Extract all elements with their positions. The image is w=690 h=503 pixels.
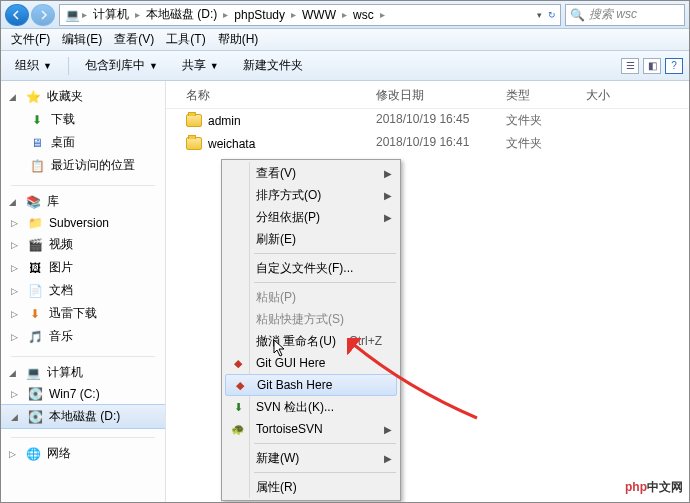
submenu-arrow-icon: ▶ — [384, 453, 392, 464]
menu-file[interactable]: 文件(F) — [5, 31, 56, 48]
nav-buttons — [5, 4, 55, 26]
titlebar: 💻 ▸ 计算机 ▸ 本地磁盘 (D:) ▸ phpStudy ▸ WWW ▸ w… — [1, 1, 689, 29]
column-size[interactable]: 大小 — [586, 87, 646, 104]
expand-icon: ◢ — [9, 92, 19, 102]
ctx-sort[interactable]: 排序方式(O)▶ — [224, 184, 398, 206]
chevron-down-icon: ▼ — [149, 61, 158, 71]
network-icon: 🌐 — [25, 447, 41, 461]
sidebar-item-drive-d[interactable]: ◢💽本地磁盘 (D:) — [1, 404, 165, 429]
sidebar-computer-header[interactable]: ◢💻计算机 — [1, 361, 165, 384]
view-mode-button[interactable]: ☰ — [621, 58, 639, 74]
video-icon: 🎬 — [27, 238, 43, 252]
menu-tools[interactable]: 工具(T) — [160, 31, 211, 48]
collapse-icon: ▷ — [11, 389, 21, 399]
desktop-icon: 🖥 — [29, 136, 45, 150]
new-folder-button[interactable]: 新建文件夹 — [235, 54, 311, 77]
tortoise-icon: 🐢 — [230, 421, 246, 437]
sidebar-network-header[interactable]: ▷🌐网络 — [1, 442, 165, 465]
sidebar-item-downloads[interactable]: ⬇下载 — [1, 108, 165, 131]
ctx-group[interactable]: 分组依据(P)▶ — [224, 206, 398, 228]
preview-pane-button[interactable]: ◧ — [643, 58, 661, 74]
help-button[interactable]: ? — [665, 58, 683, 74]
organize-button[interactable]: 组织 ▼ — [7, 54, 60, 77]
menu-help[interactable]: 帮助(H) — [212, 31, 265, 48]
toolbar: 组织 ▼ 包含到库中 ▼ 共享 ▼ 新建文件夹 ☰ ◧ ? — [1, 51, 689, 81]
sidebar-item-subversion[interactable]: ▷📁Subversion — [1, 213, 165, 233]
breadcrumb[interactable]: 💻 ▸ 计算机 ▸ 本地磁盘 (D:) ▸ phpStudy ▸ WWW ▸ w… — [59, 4, 561, 26]
sidebar-computer: ◢💻计算机 ▷💽Win7 (C:) ◢💽本地磁盘 (D:) — [1, 361, 165, 429]
search-placeholder: 搜索 wsc — [589, 6, 637, 23]
menu-edit[interactable]: 编辑(E) — [56, 31, 108, 48]
folder-icon — [186, 114, 202, 127]
breadcrumb-item[interactable]: 计算机 — [89, 6, 133, 23]
forward-button[interactable] — [31, 4, 55, 26]
ctx-customize-folder[interactable]: 自定义文件夹(F)... — [224, 257, 398, 279]
collapse-icon: ▷ — [11, 240, 21, 250]
search-input[interactable]: 🔍 搜索 wsc — [565, 4, 685, 26]
ctx-paste[interactable]: 粘贴(P) — [224, 286, 398, 308]
column-type[interactable]: 类型 — [506, 87, 586, 104]
sidebar-item-videos[interactable]: ▷🎬视频 — [1, 233, 165, 256]
drive-icon: 💽 — [27, 410, 43, 424]
ctx-svn-checkout[interactable]: ⬇SVN 检出(K)... — [224, 396, 398, 418]
ctx-undo-rename[interactable]: 撤消 重命名(U)Ctrl+Z — [224, 330, 398, 352]
sidebar-libraries: ◢📚库 ▷📁Subversion ▷🎬视频 ▷🖼图片 ▷📄文档 ▷⬇迅雷下载 ▷… — [1, 190, 165, 348]
star-icon: ⭐ — [25, 90, 41, 104]
file-row[interactable]: weichata 2018/10/19 16:41 文件夹 — [166, 132, 689, 155]
submenu-arrow-icon: ▶ — [384, 212, 392, 223]
expand-icon: ◢ — [9, 368, 19, 378]
ctx-git-gui[interactable]: ◆Git GUI Here — [224, 352, 398, 374]
sidebar-favorites-header[interactable]: ◢⭐收藏夹 — [1, 85, 165, 108]
git-icon: ◆ — [230, 355, 246, 371]
ctx-paste-shortcut[interactable]: 粘贴快捷方式(S) — [224, 308, 398, 330]
drive-icon: 💽 — [27, 387, 43, 401]
column-date[interactable]: 修改日期 — [376, 87, 506, 104]
chevron-down-icon: ▼ — [43, 61, 52, 71]
breadcrumb-item[interactable]: wsc — [349, 8, 378, 22]
sidebar-item-desktop[interactable]: 🖥桌面 — [1, 131, 165, 154]
download-icon: ⬇ — [29, 113, 45, 127]
collapse-icon: ▷ — [11, 286, 21, 296]
git-icon: ◆ — [232, 377, 248, 393]
menu-view[interactable]: 查看(V) — [108, 31, 160, 48]
sidebar-libraries-header[interactable]: ◢📚库 — [1, 190, 165, 213]
sidebar-item-documents[interactable]: ▷📄文档 — [1, 279, 165, 302]
ctx-view[interactable]: 查看(V)▶ — [224, 162, 398, 184]
sidebar-item-recent[interactable]: 📋最近访问的位置 — [1, 154, 165, 177]
breadcrumb-dropdown[interactable]: ▾ — [537, 10, 542, 20]
collapse-icon: ▷ — [9, 449, 19, 459]
chevron-right-icon: ▸ — [378, 9, 387, 20]
ctx-git-bash[interactable]: ◆Git Bash Here — [225, 374, 397, 396]
breadcrumb-item[interactable]: phpStudy — [230, 8, 289, 22]
svn-icon: ⬇ — [230, 399, 246, 415]
expand-icon: ◢ — [11, 412, 21, 422]
computer-icon: 💻 — [64, 8, 80, 22]
file-row[interactable]: admin 2018/10/19 16:45 文件夹 — [166, 109, 689, 132]
search-icon: 🔍 — [570, 8, 585, 22]
sidebar-item-drive-c[interactable]: ▷💽Win7 (C:) — [1, 384, 165, 404]
ctx-new[interactable]: 新建(W)▶ — [224, 447, 398, 469]
include-library-button[interactable]: 包含到库中 ▼ — [77, 54, 166, 77]
ctx-refresh[interactable]: 刷新(E) — [224, 228, 398, 250]
sidebar-item-xunlei[interactable]: ▷⬇迅雷下载 — [1, 302, 165, 325]
refresh-icon[interactable]: ↻ — [548, 10, 556, 20]
column-name[interactable]: 名称 — [166, 87, 376, 104]
chevron-right-icon: ▸ — [80, 9, 89, 20]
separator — [11, 356, 155, 357]
breadcrumb-item[interactable]: WWW — [298, 8, 340, 22]
collapse-icon: ▷ — [11, 332, 21, 342]
sidebar-item-music[interactable]: ▷🎵音乐 — [1, 325, 165, 348]
document-icon: 📄 — [27, 284, 43, 298]
ctx-properties[interactable]: 属性(R) — [224, 476, 398, 498]
separator — [254, 443, 396, 444]
ctx-tortoisesvn[interactable]: 🐢TortoiseSVN▶ — [224, 418, 398, 440]
menubar: 文件(F) 编辑(E) 查看(V) 工具(T) 帮助(H) — [1, 29, 689, 51]
music-icon: 🎵 — [27, 330, 43, 344]
breadcrumb-item[interactable]: 本地磁盘 (D:) — [142, 6, 221, 23]
back-button[interactable] — [5, 4, 29, 26]
accelerator: Ctrl+Z — [349, 334, 382, 348]
picture-icon: 🖼 — [27, 261, 43, 275]
sidebar-item-pictures[interactable]: ▷🖼图片 — [1, 256, 165, 279]
separator — [254, 253, 396, 254]
share-button[interactable]: 共享 ▼ — [174, 54, 227, 77]
